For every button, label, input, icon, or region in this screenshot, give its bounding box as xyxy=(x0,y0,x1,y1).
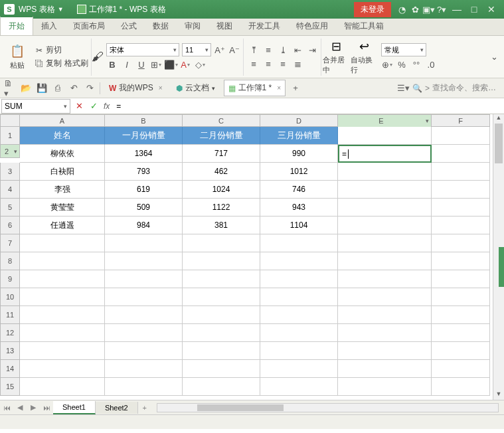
cell[interactable] xyxy=(338,342,432,360)
cell[interactable] xyxy=(338,181,432,199)
cell[interactable]: 462 xyxy=(183,163,260,181)
tab-insert[interactable]: 插入 xyxy=(33,17,65,35)
row-header[interactable]: 14 xyxy=(0,360,20,378)
scroll-thumb[interactable] xyxy=(495,124,503,163)
col-header-c[interactable]: C xyxy=(183,114,260,127)
cell[interactable] xyxy=(432,163,490,181)
cell[interactable]: 白袂阳 xyxy=(20,163,105,181)
cell[interactable] xyxy=(432,145,490,163)
row-header[interactable]: 2 xyxy=(0,145,20,158)
tab-review[interactable]: 审阅 xyxy=(177,17,209,35)
cell[interactable]: 943 xyxy=(260,199,338,217)
cell[interactable]: 793 xyxy=(105,163,183,181)
cut-button[interactable]: ✂剪切 xyxy=(35,44,88,56)
row-header[interactable]: 9 xyxy=(0,270,20,288)
fill-color-button[interactable]: ⬛ xyxy=(165,58,177,70)
cell[interactable] xyxy=(432,360,490,378)
bold-button[interactable]: B xyxy=(106,58,118,70)
undo-icon[interactable]: ↶ xyxy=(68,82,80,94)
cell[interactable] xyxy=(432,127,490,145)
cell[interactable] xyxy=(338,163,432,181)
border-button[interactable]: ⊞ xyxy=(150,58,162,70)
scroll-up-icon[interactable]: ▲ xyxy=(493,114,504,124)
sheet-nav-first[interactable]: ⏮ xyxy=(0,404,13,412)
help-icon[interactable]: ?▾ xyxy=(435,5,448,15)
tab-pagelayout[interactable]: 页面布局 xyxy=(65,17,113,35)
tab-special[interactable]: 特色应用 xyxy=(288,17,336,35)
row-header[interactable]: 13 xyxy=(0,342,20,360)
font-name-select[interactable]: 宋体 xyxy=(106,43,179,56)
clouddoc-tab[interactable]: ⬢云文档▾ xyxy=(171,80,220,96)
cell[interactable] xyxy=(20,234,105,252)
skin-icon[interactable]: ◔ xyxy=(395,5,408,15)
cell[interactable] xyxy=(105,306,183,324)
app-menu-dropdown[interactable]: ▼ xyxy=(58,6,64,13)
cell[interactable]: 717 xyxy=(183,145,260,163)
cell[interactable] xyxy=(183,324,260,342)
cell[interactable] xyxy=(338,199,432,217)
fx-icon[interactable]: fx xyxy=(104,102,110,111)
align-middle-button[interactable]: ≡ xyxy=(262,44,274,56)
paste-button[interactable]: 📋 粘贴 xyxy=(4,40,31,74)
sheet-nav-next[interactable]: ▶ xyxy=(27,403,40,412)
cell[interactable]: 三月份销量 xyxy=(260,127,338,145)
cell[interactable] xyxy=(183,342,260,360)
cell[interactable] xyxy=(432,181,490,199)
cell[interactable]: 990 xyxy=(260,145,338,163)
cell[interactable]: 1024 xyxy=(183,181,260,199)
italic-button[interactable]: I xyxy=(121,58,133,70)
cell[interactable] xyxy=(183,306,260,324)
currency-button[interactable]: ⊕ xyxy=(381,58,393,70)
tab-data[interactable]: 数据 xyxy=(145,17,177,35)
tab-view[interactable]: 视图 xyxy=(209,17,240,35)
align-top-button[interactable]: ⤒ xyxy=(248,44,260,56)
cell[interactable] xyxy=(105,378,183,396)
align-bottom-button[interactable]: ⤓ xyxy=(277,44,289,56)
sheet-tab-1[interactable]: Sheet1 xyxy=(53,401,96,414)
cell[interactable] xyxy=(260,360,338,378)
cell[interactable]: 柳依依 xyxy=(20,145,105,163)
save-icon[interactable]: 💾 xyxy=(36,82,48,94)
align-right-button[interactable]: ≡ xyxy=(277,58,289,70)
cell[interactable] xyxy=(260,306,338,324)
cell[interactable] xyxy=(432,378,490,396)
cell[interactable] xyxy=(183,234,260,252)
tab-home[interactable]: 开始 xyxy=(0,16,33,35)
underline-button[interactable]: U xyxy=(135,58,147,70)
cell[interactable] xyxy=(338,217,432,234)
cell[interactable] xyxy=(20,378,105,396)
cell[interactable] xyxy=(260,288,338,306)
scroll-thumb[interactable] xyxy=(197,404,284,411)
cell[interactable]: 二月份销量 xyxy=(183,127,260,145)
font-color-button[interactable]: A xyxy=(179,58,191,70)
comma-button[interactable]: °° xyxy=(410,58,422,70)
workbook-tab[interactable]: ▦工作簿1 *× xyxy=(224,80,286,96)
share-icon[interactable]: ▣▾ xyxy=(422,5,435,15)
decrease-font-button[interactable]: A⁻ xyxy=(228,44,240,56)
cell[interactable]: 李强 xyxy=(20,181,105,199)
cell[interactable] xyxy=(260,252,338,270)
list-icon[interactable]: ☰▾ xyxy=(398,82,410,94)
sheet-nav-prev[interactable]: ◀ xyxy=(13,403,27,412)
cell[interactable] xyxy=(20,360,105,378)
cell[interactable] xyxy=(260,378,338,396)
format-painter-icon-button[interactable]: 🖌 xyxy=(93,52,102,62)
row-header[interactable]: 15 xyxy=(0,378,20,396)
cell[interactable] xyxy=(338,270,432,288)
open-icon[interactable]: 📂 xyxy=(20,82,32,94)
cell[interactable] xyxy=(338,127,432,145)
sheet-tab-2[interactable]: Sheet2 xyxy=(96,402,138,414)
formula-accept-button[interactable]: ✓ xyxy=(86,101,101,111)
col-header-b[interactable]: B xyxy=(105,114,183,127)
close-button[interactable]: ✕ xyxy=(483,4,500,15)
copy-button[interactable]: ⿻复制 xyxy=(35,58,62,69)
cell[interactable]: 一月份销量 xyxy=(105,127,183,145)
row-header[interactable]: 8 xyxy=(0,252,20,270)
cell[interactable] xyxy=(432,234,490,252)
cell[interactable] xyxy=(432,288,490,306)
cell[interactable] xyxy=(20,252,105,270)
cell[interactable] xyxy=(432,270,490,288)
row-header[interactable]: 3 xyxy=(0,163,20,181)
cell[interactable]: 1104 xyxy=(260,217,338,234)
new-doc-icon[interactable]: 🗎▾ xyxy=(4,82,16,94)
